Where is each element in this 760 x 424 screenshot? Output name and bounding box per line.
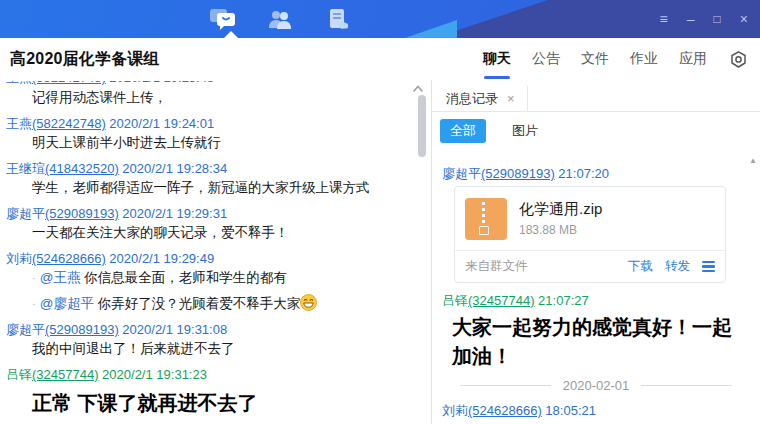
sender-uid[interactable]: (529089193) xyxy=(45,322,119,337)
sender-name[interactable]: 廖超平 xyxy=(6,322,45,337)
titlebar-gradient xyxy=(0,0,760,38)
record-messages: 加油！廖超平(529089193) 21:07:20化学通用.zip183.88… xyxy=(442,149,750,424)
sender-name[interactable]: 王燕 xyxy=(6,116,32,131)
record-tab-close-icon[interactable]: × xyxy=(507,91,515,106)
message-sender: 刘莉(524628666) 2020/2/1 19:29:49 xyxy=(6,250,409,267)
message-text: ·@王燕 你信息最全面，老师和学生的都有 xyxy=(6,269,409,287)
message-text-part: 你弄好了没？光顾着爱不释手大家 xyxy=(98,296,301,311)
message-sender: 廖超平(529089193) 21:07:20 xyxy=(442,165,750,182)
documents-nav-icon[interactable] xyxy=(324,7,352,31)
message-text: 学生，老师都得适应一阵子，新冠逼的大家升级上课方式 xyxy=(6,179,409,197)
sender-time: 2020/2/1 19:31:23 xyxy=(99,367,207,382)
message-sender: 吕铎(32457744) 21:07:27 xyxy=(442,292,750,309)
message-sender: 王燕(582242748) 2020/2/1 19:23:48 xyxy=(6,81,409,86)
message-text-part: 记得用动态课件上传， xyxy=(32,90,167,105)
sender-time: 2020/2/1 19:29:49 xyxy=(106,251,214,266)
chat-nav-icon[interactable] xyxy=(208,7,236,31)
sender-name[interactable]: 吕铎 xyxy=(442,293,468,308)
minimize-icon[interactable]: – xyxy=(687,12,695,26)
sender-uid[interactable]: (582242748) xyxy=(32,116,106,131)
group-tabs: 聊天 公告 文件 作业 应用 xyxy=(482,39,748,79)
file-name: 化学通用.zip xyxy=(519,200,602,219)
file-card-footer: 来自群文件下载转发 xyxy=(455,250,725,282)
message-text-part: 学生，老师都得适应一阵子，新冠逼的大家升级上课方式 xyxy=(32,180,370,195)
file-more-menu-icon[interactable] xyxy=(702,261,715,273)
download-link[interactable]: 下载 xyxy=(628,258,653,275)
chat-history-panel: 王燕(582242748) 2020/2/1 19:23:48记得用动态课件上传… xyxy=(0,80,432,424)
message-sender: 廖超平(529089193) 2020/2/1 19:31:08 xyxy=(6,321,409,338)
divider-date: 2020-02-01 xyxy=(563,378,630,393)
sender-name[interactable]: 廖超平 xyxy=(442,166,481,181)
sender-uid[interactable]: (524628666) xyxy=(32,251,106,266)
sender-name[interactable]: 刘莉 xyxy=(6,251,32,266)
record-tab-label: 消息记录 xyxy=(446,90,498,108)
record-message-list: 加油！廖超平(529089193) 21:07:20化学通用.zip183.88… xyxy=(432,149,760,424)
file-card[interactable]: 化学通用.zip183.88 MB来自群文件下载转发 xyxy=(454,186,726,283)
bullet-mark: · xyxy=(32,272,36,284)
close-icon[interactable]: × xyxy=(740,12,748,26)
settings-gear-icon[interactable] xyxy=(729,50,748,69)
active-nav-caret xyxy=(224,31,238,38)
tab-announcement[interactable]: 公告 xyxy=(531,39,561,79)
sender-uid[interactable]: (524628666) xyxy=(468,403,542,418)
left-scrollbar-thumb[interactable] xyxy=(418,95,426,157)
record-tab[interactable]: 消息记录 × xyxy=(432,86,528,111)
file-info: 化学通用.zip183.88 MB xyxy=(519,198,602,240)
filter-images-button[interactable]: 图片 xyxy=(502,119,548,143)
sender-time: 2020/2/1 19:23:48 xyxy=(106,81,214,85)
message-text: 我的中间退出了！后来就进不去了 xyxy=(6,340,409,358)
message-text-part: 我的中间退出了！后来就进不去了 xyxy=(32,341,235,356)
main-area: 王燕(582242748) 2020/2/1 19:23:48记得用动态课件上传… xyxy=(0,80,760,424)
maximize-icon[interactable]: □ xyxy=(714,13,721,25)
date-divider: 2020-02-01 xyxy=(460,378,732,393)
record-scroll-up-icon[interactable]: ▲ xyxy=(749,156,757,165)
sender-time: 21:07:20 xyxy=(555,166,609,181)
mention-link[interactable]: @廖超平 xyxy=(40,296,98,311)
tab-chat[interactable]: 聊天 xyxy=(482,39,512,79)
message-text-large: 加油！ xyxy=(442,149,750,154)
sender-time: 2020/2/1 19:28:34 xyxy=(119,161,227,176)
sender-name[interactable]: 廖超平 xyxy=(6,206,45,221)
sender-uid[interactable]: (32457744) xyxy=(468,293,535,308)
message-text-part: 你信息最全面，老师和学生的都有 xyxy=(84,270,287,285)
file-size: 183.88 MB xyxy=(519,223,602,237)
sender-time: 21:07:27 xyxy=(535,293,589,308)
contacts-nav-icon[interactable] xyxy=(266,7,294,31)
sender-name[interactable]: 王继瑄 xyxy=(6,161,45,176)
message-text: 记得用动态课件上传， xyxy=(6,89,409,107)
tab-files[interactable]: 文件 xyxy=(580,39,610,79)
zip-file-icon xyxy=(465,198,507,240)
record-filterbar: 全部 图片 xyxy=(432,112,760,149)
message-sender: 吕铎(32457744) 2020/2/1 19:31:23 xyxy=(6,366,409,383)
message-text: ·@廖超平 你弄好了没？光顾着爱不释手大家 xyxy=(6,294,409,313)
divider-line xyxy=(460,385,551,386)
file-source: 来自群文件 xyxy=(465,258,528,275)
mention-link[interactable]: @王燕 xyxy=(40,270,84,285)
sender-uid[interactable]: (582242748) xyxy=(32,81,106,85)
message-text-part: 明天上课前半小时进去上传就行 xyxy=(32,135,221,150)
sender-uid[interactable]: (32457744) xyxy=(32,367,99,382)
message-text-large: 正常 下课了就再进不去了 xyxy=(6,389,409,418)
message-text: 明天上课前半小时进去上传就行 xyxy=(6,134,409,152)
sender-uid[interactable]: (529089193) xyxy=(481,166,555,181)
titlebar: ≡ – □ × xyxy=(0,0,760,38)
sender-name[interactable]: 吕铎 xyxy=(6,367,32,382)
message-record-panel: 消息记录 × 全部 图片 加油！廖超平(529089193) 21:07:20化… xyxy=(432,80,760,424)
forward-link[interactable]: 转发 xyxy=(665,258,690,275)
message-sender: 刘莉(524628666) 18:05:21 xyxy=(442,402,750,419)
sender-uid[interactable]: (529089193) xyxy=(45,206,119,221)
filter-all-button[interactable]: 全部 xyxy=(440,119,486,143)
file-card-main: 化学通用.zip183.88 MB xyxy=(455,187,725,250)
sender-time: 18:05:21 xyxy=(542,403,596,418)
menu-icon[interactable]: ≡ xyxy=(660,12,668,26)
message-text-large: 大家一起努力的感觉真好！一起加油！ xyxy=(442,313,750,371)
sender-time: 2020/2/1 19:24:01 xyxy=(106,116,214,131)
sender-uid[interactable]: (418432520) xyxy=(45,161,119,176)
tab-apps[interactable]: 应用 xyxy=(678,39,708,79)
sender-name[interactable]: 刘莉 xyxy=(442,403,468,418)
sender-name[interactable]: 王燕 xyxy=(6,81,32,85)
group-header: 高2020届化学备课组 聊天 公告 文件 作业 应用 xyxy=(0,38,760,80)
message-text-part: 一天都在关注大家的聊天记录，爱不释手！ xyxy=(32,225,289,240)
tab-homework[interactable]: 作业 xyxy=(629,39,659,79)
clipped-message: 王燕(582242748) 2020/2/1 19:23:48 xyxy=(6,81,409,87)
